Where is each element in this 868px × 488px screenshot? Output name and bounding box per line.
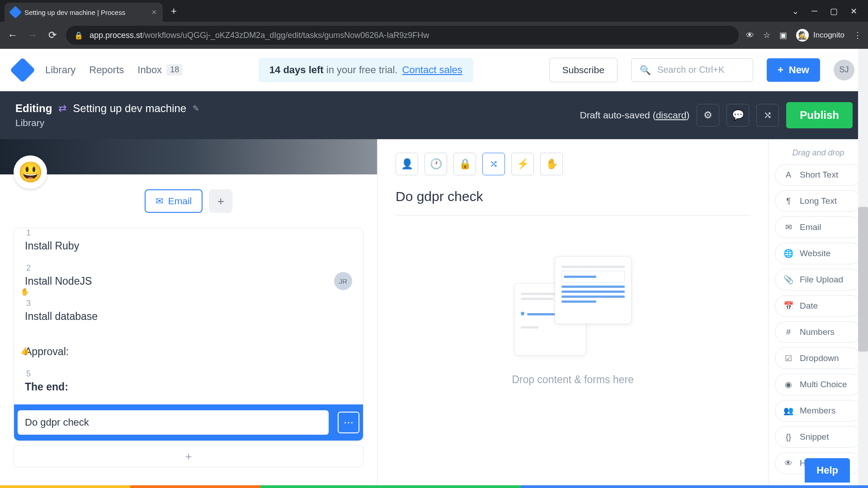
task-row[interactable]: The end: bbox=[14, 369, 363, 404]
url-input[interactable]: 🔒 app.process.st/workflows/uQGGj-_oKZ43z… bbox=[66, 26, 739, 45]
avatar[interactable]: SJ bbox=[834, 60, 854, 80]
fields-panel: Drag and drop AShort Text ¶Long Text ✉Em… bbox=[769, 139, 868, 488]
email-label: Email bbox=[168, 196, 192, 206]
close-window-icon[interactable]: ✕ bbox=[850, 6, 857, 16]
subscribe-button[interactable]: Subscribe bbox=[549, 58, 618, 82]
contact-sales-link[interactable]: Contact sales bbox=[402, 64, 462, 76]
eye-off-icon[interactable]: 👁 bbox=[746, 31, 754, 40]
pencil-icon[interactable]: ✎ bbox=[193, 103, 199, 113]
reload-button[interactable]: ⟳ bbox=[46, 29, 59, 41]
field-numbers[interactable]: #Numbers bbox=[775, 321, 862, 343]
comments-button[interactable]: 💬 bbox=[726, 104, 749, 127]
browser-tab[interactable]: Setting up dev machine | Process × bbox=[5, 3, 163, 22]
stop-task-button[interactable]: ✋ bbox=[540, 153, 563, 175]
email-task-button[interactable]: ✉ Email bbox=[145, 189, 203, 213]
search-icon: 🔍 bbox=[640, 65, 651, 75]
task-heading[interactable]: Do gdpr check bbox=[396, 189, 750, 216]
task-number: 5 bbox=[19, 369, 38, 379]
stop-icon: ✋ bbox=[20, 287, 29, 296]
task-title-input[interactable] bbox=[18, 410, 329, 435]
breadcrumb[interactable]: Library bbox=[15, 117, 199, 128]
calendar-icon: 📅 bbox=[783, 301, 793, 311]
check-square-icon: ☑ bbox=[783, 353, 793, 363]
kebab-menu-icon[interactable]: ⋮ bbox=[854, 30, 862, 40]
automations-button[interactable]: ⚡ bbox=[511, 153, 534, 175]
main-area: 😃 ✉ Email + 1 Install Ruby 2✋ Install No… bbox=[0, 139, 868, 488]
settings-button[interactable]: ⚙ bbox=[697, 104, 719, 127]
emoji-badge[interactable]: 😃 bbox=[14, 155, 47, 189]
tab-dropdown-icon[interactable]: ⌄ bbox=[792, 6, 799, 16]
add-tool-button[interactable]: + bbox=[209, 189, 232, 213]
task-title: Install Ruby bbox=[25, 240, 352, 252]
nav-library[interactable]: Library bbox=[45, 64, 75, 76]
discard-link[interactable]: discard bbox=[656, 110, 687, 120]
search-input[interactable]: 🔍 Search or Ctrl+K bbox=[631, 58, 753, 82]
new-tab-button[interactable]: + bbox=[171, 5, 177, 17]
trial-banner: 14 days left in your free trial. Contact… bbox=[259, 58, 473, 82]
new-label: New bbox=[789, 64, 809, 76]
drop-zone[interactable]: Drop content & forms here bbox=[396, 256, 750, 386]
maximize-icon[interactable]: ▢ bbox=[830, 6, 838, 16]
task-row[interactable]: Install Ruby bbox=[14, 228, 363, 263]
field-date[interactable]: 📅Date bbox=[775, 295, 862, 317]
task-title: Install NodeJS bbox=[25, 275, 325, 287]
new-button[interactable]: + New bbox=[767, 58, 820, 82]
cover-image[interactable]: 😃 bbox=[0, 139, 377, 174]
due-date-button[interactable]: 🕐 bbox=[425, 153, 447, 175]
publish-button[interactable]: Publish bbox=[786, 102, 853, 128]
logo-icon[interactable] bbox=[10, 57, 36, 83]
field-email[interactable]: ✉Email bbox=[775, 216, 862, 238]
minimize-icon[interactable]: ─ bbox=[811, 6, 817, 16]
conditional-button[interactable]: ⤭ bbox=[756, 104, 779, 127]
add-task-button[interactable]: + bbox=[14, 446, 363, 467]
task-row-selected[interactable]: ⋯ bbox=[14, 404, 363, 441]
task-more-button[interactable]: ⋯ bbox=[338, 412, 359, 433]
assign-button[interactable]: 👤 bbox=[396, 153, 418, 175]
field-short-text[interactable]: AShort Text bbox=[775, 164, 862, 186]
field-dropdown[interactable]: ☑Dropdown bbox=[775, 347, 862, 369]
lock-icon: 🔒 bbox=[459, 158, 471, 170]
task-number: 2 bbox=[19, 263, 38, 273]
nav-inbox[interactable]: Inbox 18 bbox=[137, 64, 183, 76]
scrollbar-thumb[interactable] bbox=[858, 207, 868, 352]
assignee-avatar[interactable]: JR bbox=[334, 272, 352, 290]
users-icon: 👥 bbox=[783, 406, 793, 416]
text-icon: A bbox=[783, 170, 793, 180]
field-multi-choice[interactable]: ◉Multi Choice bbox=[775, 374, 862, 395]
field-snippet[interactable]: {}Snippet bbox=[775, 426, 862, 448]
gear-icon: ⚙ bbox=[703, 109, 712, 121]
permissions-button[interactable]: 🔒 bbox=[453, 153, 476, 175]
scrollbar[interactable] bbox=[858, 49, 868, 488]
bookmark-icon[interactable]: ☆ bbox=[763, 30, 770, 40]
lock-icon: 🔒 bbox=[74, 31, 83, 40]
trial-days: 14 days left bbox=[269, 64, 324, 75]
task-title: The end: bbox=[25, 381, 352, 393]
field-members[interactable]: 👥Members bbox=[775, 400, 862, 422]
task-row[interactable]: Approval: bbox=[14, 334, 363, 369]
forward-button: → bbox=[26, 29, 39, 41]
task-row[interactable]: Install NodeJSJR bbox=[14, 263, 363, 299]
hash-icon: # bbox=[783, 328, 793, 337]
help-button[interactable]: Help bbox=[805, 458, 850, 483]
hand-icon: ✋ bbox=[546, 158, 558, 170]
close-icon[interactable]: × bbox=[151, 8, 156, 17]
conditional-logic-button[interactable]: ⤭ bbox=[482, 153, 505, 175]
paperclip-icon: 📎 bbox=[783, 275, 793, 285]
field-list: AShort Text ¶Long Text ✉Email 🌐Website 📎… bbox=[769, 164, 868, 474]
nav-reports[interactable]: Reports bbox=[89, 64, 124, 76]
task-number: 3 bbox=[19, 299, 38, 308]
nav-inbox-label: Inbox bbox=[137, 64, 162, 76]
task-row[interactable]: Install database bbox=[14, 299, 363, 334]
back-button[interactable]: ← bbox=[6, 29, 19, 41]
field-file-upload[interactable]: 📎File Upload bbox=[775, 269, 862, 291]
edit-bar: Editing ⇄ Setting up dev machine ✎ Libra… bbox=[0, 91, 868, 139]
incognito-badge[interactable]: 🕵 Incognito bbox=[796, 29, 844, 42]
task-tool-row: 👤 🕐 🔒 ⤭ ⚡ ✋ bbox=[396, 153, 750, 175]
field-long-text[interactable]: ¶Long Text bbox=[775, 190, 862, 212]
trial-rest: in your free trial. bbox=[324, 64, 398, 75]
chat-icon: 💬 bbox=[732, 109, 744, 121]
field-website[interactable]: 🌐Website bbox=[775, 243, 862, 264]
eye-off-icon: 👁 bbox=[783, 459, 793, 468]
panel-icon[interactable]: ▣ bbox=[779, 30, 787, 40]
editing-label: Editing bbox=[15, 102, 52, 115]
